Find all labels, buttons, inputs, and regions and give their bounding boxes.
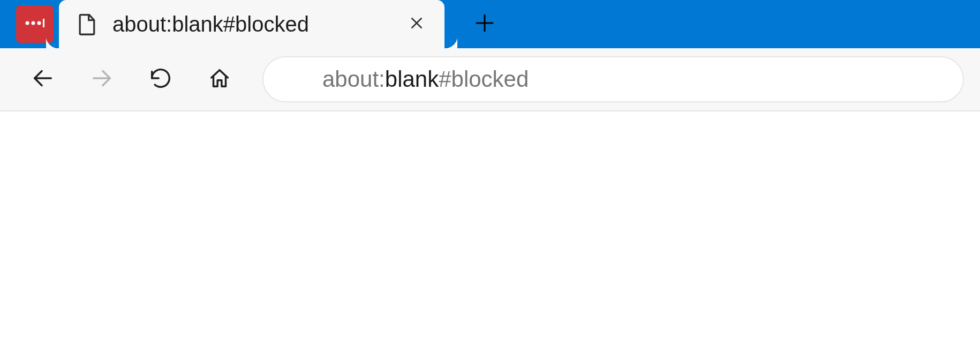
svg-point-1: [32, 21, 35, 25]
url-host: blank: [385, 66, 439, 92]
site-info-button[interactable]: [282, 67, 306, 92]
home-button[interactable]: [193, 58, 246, 101]
toolbar: about:blank#blocked: [0, 48, 980, 111]
home-icon: [207, 66, 232, 93]
active-tab[interactable]: about:blank#blocked: [59, 0, 444, 48]
url-scheme: about:: [322, 66, 385, 92]
svg-rect-3: [43, 19, 44, 27]
page-content: [0, 111, 980, 351]
tab-title: about:blank#blocked: [112, 12, 405, 36]
arrow-left-icon: [31, 66, 55, 93]
url-rest: #blocked: [439, 66, 529, 92]
lastpass-icon: [24, 18, 46, 31]
arrow-right-icon: [89, 66, 114, 93]
svg-point-0: [26, 21, 29, 25]
back-button[interactable]: [16, 58, 70, 101]
forward-button: [75, 58, 129, 101]
address-bar[interactable]: about:blank#blocked: [262, 56, 964, 102]
new-tab-button[interactable]: [461, 0, 509, 48]
svg-point-2: [37, 21, 41, 25]
url-text: about:blank#blocked: [322, 66, 945, 92]
plus-icon: [474, 12, 495, 36]
tab-strip: about:blank#blocked: [0, 0, 980, 48]
refresh-button[interactable]: [134, 58, 187, 101]
refresh-icon: [148, 66, 173, 93]
page-icon: [75, 12, 99, 36]
close-tab-button[interactable]: [405, 12, 428, 36]
close-icon: [409, 15, 425, 33]
